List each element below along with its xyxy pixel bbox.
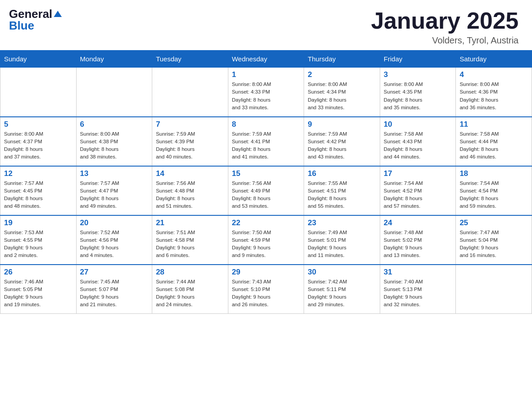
day-info: Sunrise: 7:52 AMSunset: 4:56 PMDaylight:… xyxy=(80,229,149,260)
day-number: 7 xyxy=(156,120,224,129)
day-info: Sunrise: 7:48 AMSunset: 5:02 PMDaylight:… xyxy=(384,229,452,260)
day-info: Sunrise: 8:00 AMSunset: 4:34 PMDaylight:… xyxy=(308,81,376,111)
calendar-cell: 2Sunrise: 8:00 AMSunset: 4:34 PMDaylight… xyxy=(304,68,380,117)
day-info: Sunrise: 7:46 AMSunset: 5:05 PMDaylight:… xyxy=(4,278,73,309)
calendar-cell: 13Sunrise: 7:57 AMSunset: 4:47 PMDayligh… xyxy=(76,166,152,215)
day-number: 4 xyxy=(459,70,528,79)
day-info: Sunrise: 7:42 AMSunset: 5:11 PMDaylight:… xyxy=(308,278,376,309)
day-number: 9 xyxy=(308,120,376,129)
calendar-cell: 12Sunrise: 7:57 AMSunset: 4:45 PMDayligh… xyxy=(0,166,77,215)
day-info: Sunrise: 7:53 AMSunset: 4:55 PMDaylight:… xyxy=(4,229,73,260)
month-title: January 2025 xyxy=(371,8,519,34)
day-number: 17 xyxy=(384,169,452,178)
day-info: Sunrise: 7:40 AMSunset: 5:13 PMDaylight:… xyxy=(384,278,452,309)
calendar-cell: 18Sunrise: 7:54 AMSunset: 4:54 PMDayligh… xyxy=(456,166,532,215)
day-number: 2 xyxy=(308,70,376,79)
day-info: Sunrise: 7:57 AMSunset: 4:45 PMDaylight:… xyxy=(4,180,73,210)
day-info: Sunrise: 7:49 AMSunset: 5:01 PMDaylight:… xyxy=(308,229,376,260)
calendar-week-row: 26Sunrise: 7:46 AMSunset: 5:05 PMDayligh… xyxy=(0,265,532,314)
day-of-week-header: Wednesday xyxy=(228,51,304,68)
location: Volders, Tyrol, Austria xyxy=(371,35,519,46)
day-number: 11 xyxy=(459,120,528,129)
day-number: 3 xyxy=(384,70,452,79)
calendar-cell: 11Sunrise: 7:58 AMSunset: 4:44 PMDayligh… xyxy=(456,117,532,166)
day-number: 23 xyxy=(308,218,376,227)
day-number: 19 xyxy=(4,218,73,227)
day-info: Sunrise: 7:57 AMSunset: 4:47 PMDaylight:… xyxy=(80,180,149,210)
calendar-cell: 15Sunrise: 7:56 AMSunset: 4:49 PMDayligh… xyxy=(228,166,304,215)
day-of-week-header: Saturday xyxy=(456,51,532,68)
day-of-week-header: Thursday xyxy=(304,51,380,68)
day-number: 30 xyxy=(308,268,376,277)
logo: General Blue xyxy=(9,8,62,31)
calendar-cell: 19Sunrise: 7:53 AMSunset: 4:55 PMDayligh… xyxy=(0,215,77,265)
day-info: Sunrise: 7:51 AMSunset: 4:58 PMDaylight:… xyxy=(156,229,224,260)
calendar-cell: 20Sunrise: 7:52 AMSunset: 4:56 PMDayligh… xyxy=(76,215,152,265)
day-info: Sunrise: 7:58 AMSunset: 4:43 PMDaylight:… xyxy=(384,130,452,161)
calendar-week-row: 1Sunrise: 8:00 AMSunset: 4:33 PMDaylight… xyxy=(0,68,532,117)
day-info: Sunrise: 7:54 AMSunset: 4:54 PMDaylight:… xyxy=(459,180,528,210)
day-info: Sunrise: 7:50 AMSunset: 4:59 PMDaylight:… xyxy=(232,229,300,260)
calendar-cell xyxy=(152,68,228,117)
calendar-header-row: SundayMondayTuesdayWednesdayThursdayFrid… xyxy=(0,51,532,68)
calendar-cell: 5Sunrise: 8:00 AMSunset: 4:37 PMDaylight… xyxy=(0,117,77,166)
calendar-cell: 4Sunrise: 8:00 AMSunset: 4:36 PMDaylight… xyxy=(456,68,532,117)
calendar-cell: 21Sunrise: 7:51 AMSunset: 4:58 PMDayligh… xyxy=(152,215,228,265)
calendar-cell: 30Sunrise: 7:42 AMSunset: 5:11 PMDayligh… xyxy=(304,265,380,314)
day-number: 1 xyxy=(232,70,300,79)
day-number: 25 xyxy=(459,218,528,227)
calendar-cell: 31Sunrise: 7:40 AMSunset: 5:13 PMDayligh… xyxy=(380,265,456,314)
day-info: Sunrise: 8:00 AMSunset: 4:38 PMDaylight:… xyxy=(80,130,149,161)
day-number: 31 xyxy=(384,268,452,277)
calendar-cell: 27Sunrise: 7:45 AMSunset: 5:07 PMDayligh… xyxy=(76,265,152,314)
day-number: 10 xyxy=(384,120,452,129)
calendar-cell: 29Sunrise: 7:43 AMSunset: 5:10 PMDayligh… xyxy=(228,265,304,314)
day-info: Sunrise: 7:54 AMSunset: 4:52 PMDaylight:… xyxy=(384,180,452,210)
day-number: 28 xyxy=(156,268,224,277)
day-of-week-header: Tuesday xyxy=(152,51,228,68)
calendar-week-row: 12Sunrise: 7:57 AMSunset: 4:45 PMDayligh… xyxy=(0,166,532,215)
day-number: 8 xyxy=(232,120,300,129)
calendar-cell: 25Sunrise: 7:47 AMSunset: 5:04 PMDayligh… xyxy=(456,215,532,265)
day-info: Sunrise: 7:56 AMSunset: 4:49 PMDaylight:… xyxy=(232,180,300,210)
day-number: 27 xyxy=(80,268,149,277)
calendar-cell: 22Sunrise: 7:50 AMSunset: 4:59 PMDayligh… xyxy=(228,215,304,265)
calendar-week-row: 5Sunrise: 8:00 AMSunset: 4:37 PMDaylight… xyxy=(0,117,532,166)
calendar-cell: 1Sunrise: 8:00 AMSunset: 4:33 PMDaylight… xyxy=(228,68,304,117)
calendar-cell: 14Sunrise: 7:56 AMSunset: 4:48 PMDayligh… xyxy=(152,166,228,215)
day-number: 24 xyxy=(384,218,452,227)
day-info: Sunrise: 7:59 AMSunset: 4:39 PMDaylight:… xyxy=(156,130,224,161)
day-info: Sunrise: 7:43 AMSunset: 5:10 PMDaylight:… xyxy=(232,278,300,309)
logo-general: General xyxy=(9,8,62,20)
day-number: 22 xyxy=(232,218,300,227)
calendar-cell: 28Sunrise: 7:44 AMSunset: 5:08 PMDayligh… xyxy=(152,265,228,314)
title-section: January 2025 Volders, Tyrol, Austria xyxy=(371,8,519,46)
day-info: Sunrise: 8:00 AMSunset: 4:33 PMDaylight:… xyxy=(232,81,300,111)
day-number: 26 xyxy=(4,268,73,277)
day-info: Sunrise: 7:56 AMSunset: 4:48 PMDaylight:… xyxy=(156,180,224,210)
day-of-week-header: Monday xyxy=(76,51,152,68)
day-number: 14 xyxy=(156,169,224,178)
day-of-week-header: Friday xyxy=(380,51,456,68)
day-of-week-header: Sunday xyxy=(0,51,77,68)
day-info: Sunrise: 8:00 AMSunset: 4:36 PMDaylight:… xyxy=(459,81,528,111)
calendar-cell: 10Sunrise: 7:58 AMSunset: 4:43 PMDayligh… xyxy=(380,117,456,166)
calendar-cell xyxy=(0,68,77,117)
calendar-cell: 16Sunrise: 7:55 AMSunset: 4:51 PMDayligh… xyxy=(304,166,380,215)
day-number: 21 xyxy=(156,218,224,227)
calendar-cell: 9Sunrise: 7:59 AMSunset: 4:42 PMDaylight… xyxy=(304,117,380,166)
calendar-cell xyxy=(76,68,152,117)
day-info: Sunrise: 7:59 AMSunset: 4:41 PMDaylight:… xyxy=(232,130,300,161)
calendar-cell: 6Sunrise: 8:00 AMSunset: 4:38 PMDaylight… xyxy=(76,117,152,166)
day-info: Sunrise: 7:47 AMSunset: 5:04 PMDaylight:… xyxy=(459,229,528,260)
day-number: 5 xyxy=(4,120,73,129)
day-number: 18 xyxy=(459,169,528,178)
day-info: Sunrise: 7:55 AMSunset: 4:51 PMDaylight:… xyxy=(308,180,376,210)
logo-blue: Blue xyxy=(9,20,34,31)
day-number: 13 xyxy=(80,169,149,178)
calendar-cell: 3Sunrise: 8:00 AMSunset: 4:35 PMDaylight… xyxy=(380,68,456,117)
header: General Blue January 2025 Volders, Tyrol… xyxy=(0,0,532,50)
day-info: Sunrise: 8:00 AMSunset: 4:35 PMDaylight:… xyxy=(384,81,452,111)
calendar-cell: 23Sunrise: 7:49 AMSunset: 5:01 PMDayligh… xyxy=(304,215,380,265)
calendar: SundayMondayTuesdayWednesdayThursdayFrid… xyxy=(0,50,532,314)
